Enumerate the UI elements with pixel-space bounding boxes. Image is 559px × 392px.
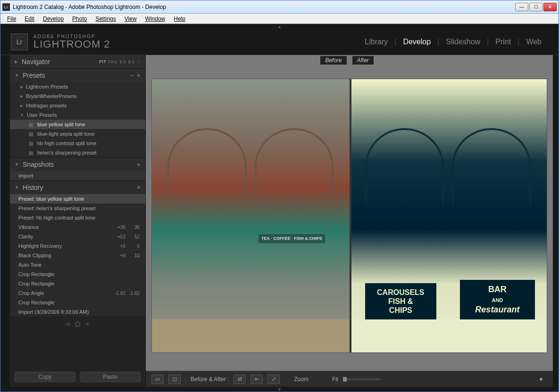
history-item[interactable]: Preset: blue yellow split tone (10, 194, 145, 204)
history-item[interactable]: Black Clipping+910 (10, 251, 145, 260)
compare-divider[interactable] (350, 79, 351, 352)
menu-view[interactable]: View (121, 15, 141, 23)
before-label: Before (320, 56, 346, 65)
chevron-right-icon: ▶ (15, 59, 18, 64)
menu-edit[interactable]: Edit (21, 15, 38, 23)
sign-carousel: CAROUSELSFISH &CHIPS (365, 283, 436, 320)
loupe-view-button[interactable]: ▭ (151, 375, 164, 384)
history-item[interactable]: Import (3/28/2009 8:33:06 AM) (10, 307, 145, 317)
copy-button[interactable]: Copy (15, 372, 75, 382)
history-item[interactable]: Preset: helen's sharpening preset (10, 204, 145, 213)
preset-group[interactable]: ▼User Presets (10, 110, 145, 120)
chevron-down-icon: ▼ (15, 73, 19, 78)
minus-icon[interactable]: − (130, 72, 134, 79)
swap-button[interactable]: ⇄ (234, 375, 246, 384)
module-slideshow[interactable]: Slideshow (439, 38, 487, 46)
awning-text: TEA · COFFEE · FISH & CHIPS (259, 234, 325, 243)
zoom-label: Zoom (294, 376, 309, 383)
nav-fit[interactable]: FIT (99, 59, 106, 64)
history-item[interactable]: Crop Rectangle (10, 270, 145, 279)
copy-right-button[interactable]: ⤢ (267, 375, 280, 384)
right-panel-toggle[interactable] (553, 55, 559, 387)
history-item[interactable]: Crop Angle-1.82-1.82 (10, 288, 145, 298)
history-item[interactable]: Crop Rectangle (10, 298, 145, 307)
plus-icon[interactable]: + (137, 72, 141, 79)
titlebar: Lr Lightroom 2 Catalog - Adobe Photoshop… (0, 0, 559, 14)
module-develop[interactable]: Develop (396, 38, 437, 46)
before-image: TEA · COFFEE · FISH & CHIPS (152, 79, 350, 352)
after-label: After (352, 56, 374, 65)
history-header[interactable]: ▼ History × (10, 181, 145, 194)
preset-item[interactable]: ▤blue yellow split tone (10, 120, 145, 129)
menu-window[interactable]: Window (142, 15, 169, 23)
sign-bar: BARANDRestaurant (460, 280, 535, 320)
menu-develop[interactable]: Develop (39, 15, 67, 23)
maximize-button[interactable]: ☐ (529, 3, 542, 11)
history-item[interactable]: Highlight Recovery+55 (10, 241, 145, 251)
history-item[interactable]: Vibrance+3636 (10, 222, 145, 232)
toolbar-chevron-icon[interactable]: ▼ (535, 375, 547, 384)
left-panel: ▶ Navigator FIT FILL 1:1 2:1 ♢ ▼ Presets… (10, 55, 146, 387)
app-header: Lr ADOBE PHOTOSHOP LIGHTROOM 2 Library |… (0, 29, 559, 55)
preset-item[interactable]: ▤blue-light sepia split tone (10, 129, 145, 139)
snapshots-header[interactable]: ▼ Snapshots + (10, 158, 145, 171)
chevron-down-icon: ▼ (15, 162, 19, 167)
preset-icon: ▤ (29, 150, 34, 155)
paste-button[interactable]: Paste (80, 372, 141, 382)
compare-photo[interactable]: TEA · COFFEE · FISH & CHIPS CAROUSELSFIS… (151, 79, 547, 353)
preset-group[interactable]: ▶Irbdragan presets (10, 101, 145, 110)
menu-settings[interactable]: Settings (92, 15, 119, 23)
history-item[interactable]: Crop Rectangle (10, 279, 145, 288)
history-item[interactable]: Clarity+5252 (10, 232, 145, 241)
menu-file[interactable]: File (3, 15, 20, 23)
lightroom-logo-icon: Lr (11, 33, 28, 50)
module-library[interactable]: Library (358, 38, 394, 46)
preset-icon: ▤ (29, 131, 34, 137)
filmstrip-toggle[interactable]: ▼ (0, 387, 559, 392)
nav-more-icon[interactable]: ♢ (137, 59, 141, 64)
preset-group[interactable]: ▶BryanWheelerPresets (10, 91, 145, 101)
preset-group[interactable]: ▶Lightroom Presets (10, 82, 145, 91)
history-item[interactable]: Preset: hb high contrast split tone (10, 213, 145, 222)
module-picker: Library | Develop | Slideshow | Print | … (358, 38, 548, 46)
preset-icon: ▤ (29, 122, 34, 127)
module-print[interactable]: Print (489, 38, 517, 46)
image-viewer: Before After TEA · COFFEE · FISH & CHIPS… (146, 55, 553, 387)
close-button[interactable]: ✕ (543, 3, 557, 11)
chevron-down-icon: ▼ (15, 185, 19, 190)
plus-icon[interactable]: + (137, 161, 141, 168)
clear-icon[interactable]: × (137, 184, 141, 191)
copy-left-button[interactable]: ⇤ (250, 375, 263, 384)
preset-item[interactable]: ▤hb high contrast split tone (10, 139, 145, 148)
app-title: LIGHTROOM 2 (33, 39, 110, 49)
navigator-header[interactable]: ▶ Navigator FIT FILL 1:1 2:1 ♢ (10, 55, 145, 68)
menubar: File Edit Develop Photo Settings View Wi… (0, 14, 559, 24)
app-icon: Lr (2, 3, 10, 11)
zoom-slider[interactable] (343, 378, 381, 380)
menu-help[interactable]: Help (170, 15, 189, 23)
left-panel-toggle[interactable] (0, 55, 10, 387)
menu-photo[interactable]: Photo (68, 15, 91, 23)
top-panel-toggle[interactable]: ▲ (0, 24, 559, 29)
ornament-icon: ❧ ✿ ❧ (10, 317, 145, 331)
module-web[interactable]: Web (519, 38, 548, 46)
after-image: CAROUSELSFISH &CHIPS BARANDRestaurant (350, 79, 547, 352)
preset-icon: ▤ (29, 141, 34, 146)
compare-view-button[interactable]: ◫ (168, 375, 181, 384)
snapshot-item[interactable]: Import (10, 171, 145, 180)
window-title: Lightroom 2 Catalog - Adobe Photoshop Li… (13, 4, 515, 10)
before-after-label: Before & After : (191, 376, 229, 383)
minimize-button[interactable]: — (515, 3, 528, 11)
presets-header[interactable]: ▼ Presets − + (10, 69, 145, 82)
nav-2to1[interactable]: 2:1 (128, 59, 134, 64)
nav-1to1[interactable]: 1:1 (119, 59, 126, 64)
nav-fill[interactable]: FILL (108, 59, 117, 64)
preset-item[interactable]: ▤helen's sharpening preset (10, 148, 145, 157)
develop-toolbar: ▭ ◫ Before & After : ⇄ ⇤ ⤢ Zoom Fit ▼ (146, 371, 553, 387)
fit-label: Fit (332, 376, 338, 383)
history-item[interactable]: Auto Tone (10, 260, 145, 270)
